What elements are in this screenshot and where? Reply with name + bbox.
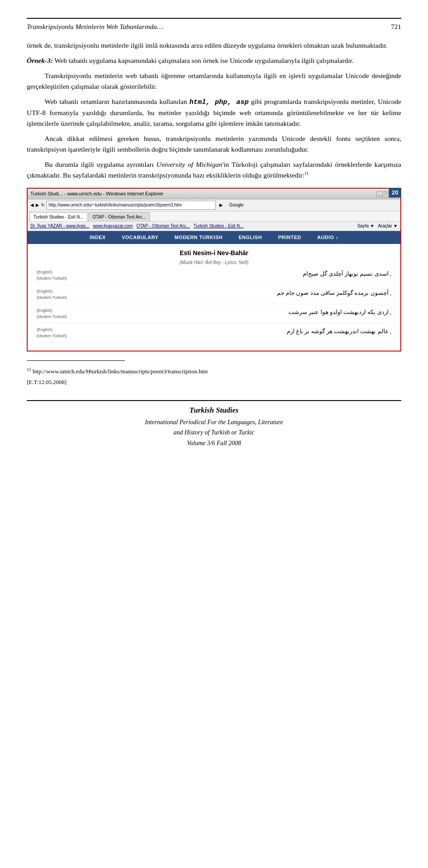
nav-index[interactable]: INDEX	[82, 231, 114, 244]
paragraph-4: Web tabanlı ortamların hazırlanmasında k…	[27, 96, 401, 129]
label-modern-turkish-3: (Modern Turkish)	[37, 314, 90, 320]
search-label: Google	[229, 202, 243, 209]
poem-arabic-3: , اردى يكه اردبهشت اولدو هوا عنبر سرشت	[90, 308, 391, 317]
forward-icon[interactable]: ▶	[36, 202, 39, 209]
browser-titlebar: Turkish Studi... - www.umich.edu - Windo…	[28, 189, 400, 199]
browser-content: INDEX VOCABULARY MODERN TURKISH ENGLISH …	[28, 231, 400, 351]
paragraph-1: örnek de, transkripsiyonlu metinlerle il…	[27, 40, 401, 51]
label-english-1: (English)	[37, 269, 90, 276]
footnote-ref: 11	[305, 171, 309, 176]
poem-arabic-1: , اسدى نسيم نوبهار آچلدى گل صبح‌ام	[90, 269, 391, 278]
site-nav: INDEX VOCABULARY MODERN TURKISH ENGLISH …	[28, 231, 400, 244]
poem-section: Esti Nesim-i Nev-Bahâr (Müzik Hâcî 'Ârif…	[28, 244, 400, 351]
go-icon[interactable]: ▶	[219, 202, 223, 209]
browser-title: Turkish Studi... - www.umich.edu - Windo…	[30, 190, 164, 198]
refresh-icon[interactable]: ↻	[41, 202, 45, 209]
nav-modern-turkish[interactable]: MODERN TURKISH	[166, 231, 230, 244]
paragraph-6: Bu durumla ilgili uygulama ayrıntıları U…	[27, 159, 401, 181]
poem-labels-2: (English) (Modern Turkish)	[37, 289, 90, 301]
bookmark-ilyasyazar[interactable]: Dr. İlyas YAZAR - www.ilyas...	[30, 223, 89, 230]
header-title: Transkripsiyonlu Metinlerin Web Tabanlar…	[27, 21, 382, 32]
poem-arabic-2: , آچسون بزمده گوكلمز ساقى مدد صون جام جم	[90, 289, 391, 298]
label-english-3: (English)	[37, 308, 90, 314]
browser-addressbar: ◀ ▶ ↻ http://www.umich.edu/~turkish/link…	[28, 199, 400, 211]
poem-labels-4: (English) (Modern Turkish)	[37, 327, 90, 339]
code-inline: html, php, asp	[189, 98, 249, 106]
page-header: Transkripsiyonlu Metinlerin Web Tabanlar…	[27, 18, 401, 32]
back-icon[interactable]: ◀	[30, 202, 34, 209]
tab-turkish-studies[interactable]: Turkish Studies - Esti N...	[29, 212, 87, 222]
poem-subtitle: (Müzik Hâcî 'Ârif Bey - Lyrics: Nefî)	[37, 259, 391, 266]
footer-subtitle: International Periodical For the Languag…	[27, 417, 401, 427]
poem-labels-3: (English) (Modern Turkish)	[37, 308, 90, 320]
sayfa-label: Sayfa ▼	[357, 223, 374, 230]
bookmark-ilyasyazar2[interactable]: www.ilyasyazar.com	[93, 223, 132, 230]
nav-vocabulary[interactable]: VOCABULARY	[114, 231, 166, 244]
bookmark-otap[interactable]: OTAP - Ottoman Text Arc...	[136, 223, 190, 230]
browser-tabs: Turkish Studies - Esti N... OTAP - Ottom…	[28, 211, 400, 222]
label-modern-turkish-2: (Modern Turkish)	[37, 295, 90, 301]
footer-volume: Volume 3/6 Fall 2008	[27, 438, 401, 448]
bookmark-turkish-studies[interactable]: Turkish Studies - Esti N...	[193, 223, 243, 230]
footnote-text: 11 http://www.umich.edu/Ḥturkish/links/m…	[27, 366, 401, 376]
browser-bookmarks: Dr. İlyas YAZAR - www.ilyas... www.ilyas…	[28, 222, 400, 231]
poem-line-4: (English) (Modern Turkish) , عالم بهشت ا…	[37, 327, 391, 343]
minimize-button[interactable]: _	[376, 191, 383, 197]
poem-title: Esti Nesim-i Nev-Bahâr	[37, 248, 391, 258]
ornek-label: Örnek-3:	[27, 57, 53, 64]
poem-arabic-4: , عالم بهشت اندربهشت هر گوشه بر باغ ارم	[90, 327, 391, 336]
footer-journal: Turkish Studies	[27, 405, 401, 416]
footnote-date: [E.T:12.05.2008]	[27, 378, 401, 387]
poem-labels-1: (English) (Modern Turkish)	[37, 269, 90, 282]
nav-printed[interactable]: PRINTED	[270, 231, 309, 244]
araclar-label: Araçlar ▼	[378, 223, 398, 230]
label-modern-turkish-1: (Modern Turkish)	[37, 276, 90, 282]
footnote-number: 11	[27, 367, 31, 372]
paragraph-5: Ancak dikkat edilmesi gereken husus, tra…	[27, 133, 401, 155]
label-english-2: (English)	[37, 289, 90, 295]
figure-number: 20	[389, 188, 401, 198]
page-number: 721	[391, 21, 401, 32]
university-of-michigan: University of Michigan	[156, 161, 222, 168]
nav-audio[interactable]: AUDIO ♪	[309, 231, 346, 244]
poem-line-3: (English) (Modern Turkish) , اردى يكه ار…	[37, 308, 391, 323]
paragraph-3: Transkripsiyonlu metinlerin web tabanlı …	[27, 70, 401, 92]
label-english-4: (English)	[37, 327, 90, 333]
tab-otap[interactable]: OTAP - Ottoman Text Arc...	[88, 212, 150, 222]
footer-section: Turkish Studies International Periodical…	[27, 400, 401, 448]
browser-screenshot: 20 Turkish Studi... - www.umich.edu - Wi…	[27, 188, 401, 351]
footnote-divider	[27, 360, 125, 364]
address-bar[interactable]: http://www.umich.edu/~turkish/links/manu…	[46, 201, 216, 210]
label-modern-turkish-4: (Modern Turkish)	[37, 333, 90, 339]
footer-subtitle2: and History of Turkish or Turkic	[27, 428, 401, 438]
paragraph-ornek3: Örnek-3: Web tabanlı uygulama kapsamında…	[27, 55, 401, 66]
poem-line-2: (English) (Modern Turkish) , آچسون بزمده…	[37, 289, 391, 304]
nav-english[interactable]: ENGLISH	[230, 231, 270, 244]
poem-line-1: (English) (Modern Turkish) , اسدى نسيم ن…	[37, 269, 391, 285]
